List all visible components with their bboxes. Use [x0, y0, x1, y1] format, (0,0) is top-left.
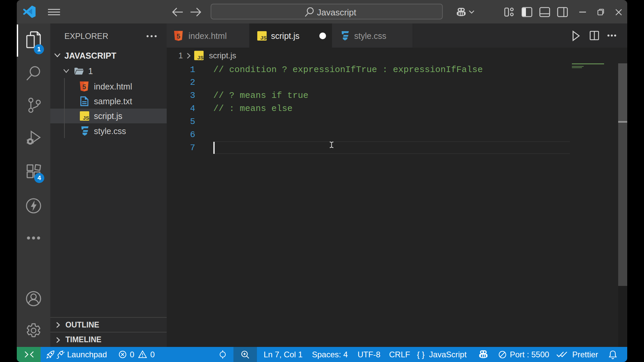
svg-text:JS: JS — [83, 115, 89, 121]
svg-text:JS: JS — [260, 35, 266, 41]
svg-text:5: 5 — [176, 33, 180, 40]
svg-text:JS: JS — [197, 55, 203, 60]
svg-text:5: 5 — [82, 83, 86, 90]
